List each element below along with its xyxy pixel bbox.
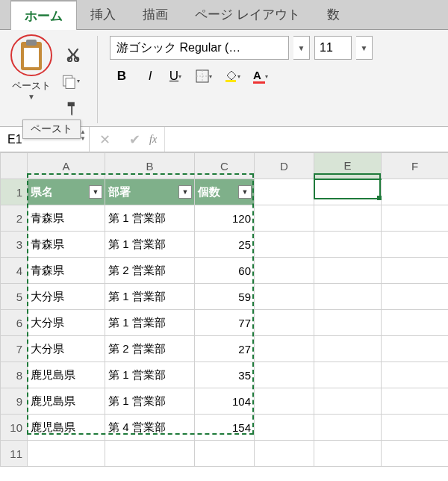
table-header-cell[interactable]: 部署▼: [105, 179, 195, 205]
col-header-d[interactable]: D: [255, 153, 314, 179]
cell[interactable]: [255, 441, 314, 467]
filter-dropdown-icon[interactable]: ▼: [89, 185, 102, 199]
cell[interactable]: [255, 336, 314, 362]
row-header[interactable]: 9: [1, 388, 28, 415]
format-painter-button[interactable]: [61, 99, 85, 118]
cell[interactable]: 鹿児島県: [28, 362, 105, 388]
fx-label[interactable]: fx: [149, 134, 164, 146]
font-name-dropdown-icon[interactable]: ▼: [293, 36, 310, 60]
cell[interactable]: [255, 205, 314, 232]
cell[interactable]: [105, 441, 195, 467]
cell[interactable]: [314, 415, 382, 441]
cell[interactable]: 第 4 営業部: [105, 415, 195, 441]
tab-formulas-clipped[interactable]: 数: [314, 0, 353, 29]
paste-dropdown-icon[interactable]: ▼: [28, 93, 35, 101]
cell[interactable]: [314, 362, 382, 388]
cell[interactable]: [382, 284, 449, 310]
grid[interactable]: A B C D E F 1 県名▼ 部署▼ 個数▼ 2青森県第 1 営業部120…: [0, 152, 448, 467]
font-color-button[interactable]: A ▾: [252, 66, 276, 87]
cell[interactable]: [314, 258, 382, 284]
cell[interactable]: [314, 232, 382, 258]
cut-button[interactable]: [61, 45, 85, 64]
name-box-spinner[interactable]: ▲ ▼: [80, 128, 86, 142]
cell[interactable]: [314, 441, 382, 467]
cell[interactable]: 青森県: [28, 232, 105, 258]
col-header-e[interactable]: E: [314, 153, 382, 179]
cell[interactable]: [255, 310, 314, 336]
row-header[interactable]: 5: [1, 284, 28, 310]
row-header[interactable]: 11: [1, 441, 28, 467]
cell[interactable]: 104: [195, 388, 255, 415]
cell[interactable]: [314, 205, 382, 232]
bold-button[interactable]: B: [110, 66, 134, 87]
cell[interactable]: [382, 388, 449, 415]
cell[interactable]: 第 1 営業部: [105, 232, 195, 258]
cell[interactable]: 77: [195, 310, 255, 336]
cell[interactable]: 鹿児島県: [28, 415, 105, 441]
tab-page-layout[interactable]: ページ レイアウト: [181, 0, 314, 29]
cell[interactable]: [195, 441, 255, 467]
tab-insert[interactable]: 挿入: [77, 0, 129, 29]
cell[interactable]: [382, 232, 449, 258]
cell[interactable]: 27: [195, 336, 255, 362]
cell[interactable]: [28, 441, 105, 467]
cell[interactable]: [255, 232, 314, 258]
cell[interactable]: [255, 258, 314, 284]
cell[interactable]: [255, 179, 314, 205]
font-name-select[interactable]: 游ゴシック Regular (…: [110, 36, 289, 60]
italic-button[interactable]: I: [138, 66, 162, 87]
cell[interactable]: 第 2 営業部: [105, 258, 195, 284]
filter-dropdown-icon[interactable]: ▼: [178, 185, 192, 199]
row-header[interactable]: 7: [1, 336, 28, 362]
cell[interactable]: 第 2 営業部: [105, 336, 195, 362]
row-header[interactable]: 10: [1, 415, 28, 441]
cell[interactable]: 青森県: [28, 205, 105, 232]
cell[interactable]: 大分県: [28, 336, 105, 362]
cancel-icon[interactable]: ✕: [99, 131, 111, 148]
underline-button[interactable]: U ▾: [167, 66, 190, 87]
cell[interactable]: [382, 310, 449, 336]
copy-button[interactable]: ▾: [61, 72, 85, 91]
cell[interactable]: 第 1 営業部: [105, 388, 195, 415]
font-size-dropdown-icon[interactable]: ▼: [356, 36, 373, 60]
cell[interactable]: [382, 205, 449, 232]
cell[interactable]: [255, 415, 314, 441]
cell[interactable]: 鹿児島県: [28, 388, 105, 415]
cell[interactable]: 青森県: [28, 258, 105, 284]
cell[interactable]: 59: [195, 284, 255, 310]
cell[interactable]: [382, 415, 449, 441]
row-header[interactable]: 2: [1, 205, 28, 232]
table-header-cell[interactable]: 県名▼: [28, 179, 105, 205]
cell[interactable]: [314, 179, 382, 205]
cell[interactable]: 154: [195, 415, 255, 441]
cell[interactable]: 第 1 営業部: [105, 205, 195, 232]
filter-dropdown-icon[interactable]: ▼: [238, 185, 252, 199]
cell[interactable]: [314, 336, 382, 362]
cell[interactable]: [382, 362, 449, 388]
row-header[interactable]: 8: [1, 362, 28, 388]
row-header[interactable]: 6: [1, 310, 28, 336]
cell[interactable]: 第 1 営業部: [105, 310, 195, 336]
col-header-c[interactable]: C: [195, 153, 255, 179]
cell[interactable]: [314, 388, 382, 415]
cell[interactable]: [255, 388, 314, 415]
select-all-corner[interactable]: [1, 153, 28, 179]
cell[interactable]: 60: [195, 258, 255, 284]
cell[interactable]: 120: [195, 205, 255, 232]
cell[interactable]: 第 1 営業部: [105, 362, 195, 388]
font-size-select[interactable]: 11: [314, 36, 352, 60]
col-header-a[interactable]: A: [28, 153, 105, 179]
cell[interactable]: [382, 336, 449, 362]
enter-icon[interactable]: ✔: [129, 131, 140, 148]
col-header-f[interactable]: F: [382, 153, 449, 179]
tab-draw[interactable]: 描画: [129, 0, 181, 29]
cell[interactable]: [382, 441, 449, 467]
cell[interactable]: 25: [195, 232, 255, 258]
row-header[interactable]: 4: [1, 258, 28, 284]
row-header-1[interactable]: 1: [1, 179, 28, 205]
cell[interactable]: [314, 310, 382, 336]
cell[interactable]: [382, 258, 449, 284]
cell[interactable]: [255, 284, 314, 310]
formula-input[interactable]: [164, 127, 448, 152]
cell[interactable]: 大分県: [28, 284, 105, 310]
